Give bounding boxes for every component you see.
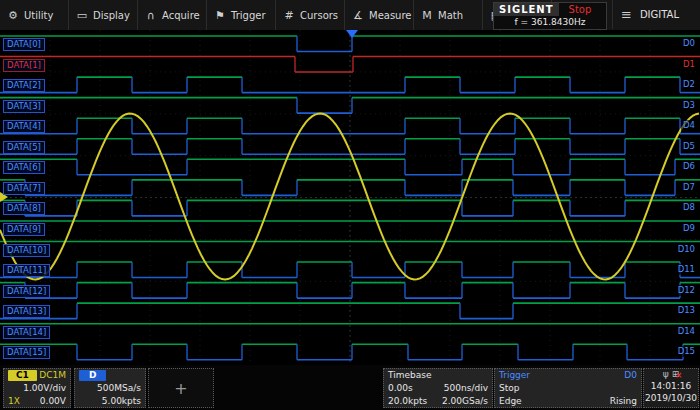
display-icon: ▭ xyxy=(76,9,88,22)
trigger-source: D0 xyxy=(624,370,637,381)
digital-channel-label-d15[interactable]: DATA[15] xyxy=(3,346,50,359)
waveform-svg xyxy=(0,30,700,365)
math-icon: M xyxy=(421,9,433,22)
digital-channel-short-d13[interactable]: D13 xyxy=(676,305,697,316)
digital-channel-short-d1[interactable]: D1 xyxy=(681,59,697,70)
c1-probe-atten: 1X xyxy=(8,396,20,407)
oscilloscope-screen: ⚙Utility▭Display∩Acquire⚑Trigger#Cursors… xyxy=(0,0,700,410)
digital-channel-label-d7[interactable]: DATA[7] xyxy=(3,182,45,195)
menu-item-acquire[interactable]: ∩Acquire xyxy=(138,0,207,30)
digital-icon: ≡ xyxy=(621,7,632,22)
c1-offset: 0.00V xyxy=(40,396,66,407)
digital-channel-short-d7[interactable]: D7 xyxy=(681,182,697,193)
digital-descriptor[interactable]: D 500MSa/s 5.00kpts xyxy=(74,368,146,408)
digital-channel-label-d3[interactable]: DATA[3] xyxy=(3,100,45,113)
timebase-depth: 20.0kpts xyxy=(388,396,427,407)
timebase-rate: 2.00GSa/s xyxy=(442,396,488,407)
timebase-descriptor[interactable]: Timebase 0.00s 500ns/div 20.0kpts 2.00GS… xyxy=(383,368,493,408)
clock-date: 2019/10/30 xyxy=(644,392,698,404)
digital-channel-label-d13[interactable]: DATA[13] xyxy=(3,305,50,318)
digital-channel-short-d14[interactable]: D14 xyxy=(676,326,697,337)
digital-menu-button[interactable]: ≡ DIGITAL xyxy=(612,0,700,29)
utility-icon: ⚙ xyxy=(7,9,19,22)
digital-channel-short-d6[interactable]: D6 xyxy=(681,161,697,172)
timebase-delay: 0.00s xyxy=(388,383,413,394)
digital-channel-short-d11[interactable]: D11 xyxy=(676,264,697,275)
digital-channel-short-d9[interactable]: D9 xyxy=(681,223,697,234)
digital-channel-label-d2[interactable]: DATA[2] xyxy=(3,79,45,92)
digital-channel-label-d6[interactable]: DATA[6] xyxy=(3,161,45,174)
trigger-type: Edge xyxy=(499,396,522,407)
menu-item-display[interactable]: ▭Display xyxy=(69,0,138,30)
trigger-icon: ⚑ xyxy=(214,9,226,22)
digital-channel-label-d1[interactable]: DATA[1] xyxy=(3,59,45,72)
digital-channel-label-d0[interactable]: DATA[0] xyxy=(3,38,45,51)
trigger-status: Stop xyxy=(499,383,519,394)
digital-channel-label-d5[interactable]: DATA[5] xyxy=(3,141,45,154)
digital-channel-label-d11[interactable]: DATA[11] xyxy=(3,264,50,277)
datetime-box[interactable]: ψ ⊞× 14:01:16 2019/10/30 xyxy=(643,368,699,408)
digital-channel-label-d14[interactable]: DATA[14] xyxy=(3,326,50,339)
c1-badge: C1 xyxy=(8,370,37,381)
acquire-icon: ∩ xyxy=(145,9,157,22)
digital-channel-label-d12[interactable]: DATA[12] xyxy=(3,285,50,298)
menu-item-math[interactable]: MMath xyxy=(414,0,483,30)
frequency-counter: f = 361.8430Hz xyxy=(494,16,606,28)
d-mem-depth: 5.00kpts xyxy=(102,396,141,407)
c1-coupling: DC1M xyxy=(39,370,66,381)
lan-disconnected-icon: ⊞× xyxy=(672,369,680,380)
digital-channel-short-d8[interactable]: D8 xyxy=(681,202,697,213)
d-sample-rate: 500MSa/s xyxy=(97,383,141,394)
measure-icon: ∡ xyxy=(352,9,364,22)
cursors-icon: # xyxy=(283,9,295,22)
d-badge: D xyxy=(79,370,106,381)
c1-vertical-scale: 1.00V/div xyxy=(23,383,66,394)
plus-icon: + xyxy=(174,379,187,398)
usb-icon: ψ xyxy=(663,369,669,379)
digital-channel-short-d4[interactable]: D4 xyxy=(681,120,697,131)
add-channel-box[interactable]: + xyxy=(148,368,214,408)
digital-label: DIGITAL xyxy=(640,9,679,20)
brand-status-box: SIGLENT Stop f = 361.8430Hz xyxy=(493,2,607,30)
digital-channel-short-d15[interactable]: D15 xyxy=(676,346,697,357)
digital-channel-label-d10[interactable]: DATA[10] xyxy=(3,244,50,257)
menu-item-measure[interactable]: ∡Measure xyxy=(345,0,414,30)
acquisition-status-badge: Stop xyxy=(569,4,592,15)
menu-item-trigger[interactable]: ⚑Trigger xyxy=(207,0,276,30)
trigger-title: Trigger xyxy=(499,370,530,381)
trigger-position-marker[interactable] xyxy=(346,30,358,38)
digital-channel-label-d8[interactable]: DATA[8] xyxy=(3,202,45,215)
channel1-descriptor[interactable]: C1 DC1M 1.00V/div 1X 0.00V xyxy=(3,368,71,408)
clock-time: 14:01:16 xyxy=(644,380,698,392)
waveform-display: DATA[0]D0DATA[1]D1DATA[2]D2DATA[3]D3DATA… xyxy=(0,30,700,365)
timebase-title: Timebase xyxy=(388,370,431,381)
digital-channel-short-d5[interactable]: D5 xyxy=(681,141,697,152)
trigger-slope: Rising xyxy=(610,396,637,407)
digital-channel-short-d12[interactable]: D12 xyxy=(676,285,697,296)
digital-channel-short-d2[interactable]: D2 xyxy=(681,79,697,90)
bottom-status-bar: C1 DC1M 1.00V/div 1X 0.00V D 500MSa/s 5.… xyxy=(0,365,700,410)
digital-channel-label-d9[interactable]: DATA[9] xyxy=(3,223,45,236)
trigger-descriptor[interactable]: Trigger D0 Stop Edge Rising xyxy=(494,368,642,408)
siglent-logo: SIGLENT xyxy=(494,3,559,16)
digital-channel-label-d4[interactable]: DATA[4] xyxy=(3,120,45,133)
digital-channel-short-d3[interactable]: D3 xyxy=(681,100,697,111)
digital-channel-short-d10[interactable]: D10 xyxy=(676,244,697,255)
digital-channel-short-d0[interactable]: D0 xyxy=(681,38,697,49)
menu-item-utility[interactable]: ⚙Utility xyxy=(0,0,69,30)
timebase-scale: 500ns/div xyxy=(444,383,488,394)
menu-item-cursors[interactable]: #Cursors xyxy=(276,0,345,30)
